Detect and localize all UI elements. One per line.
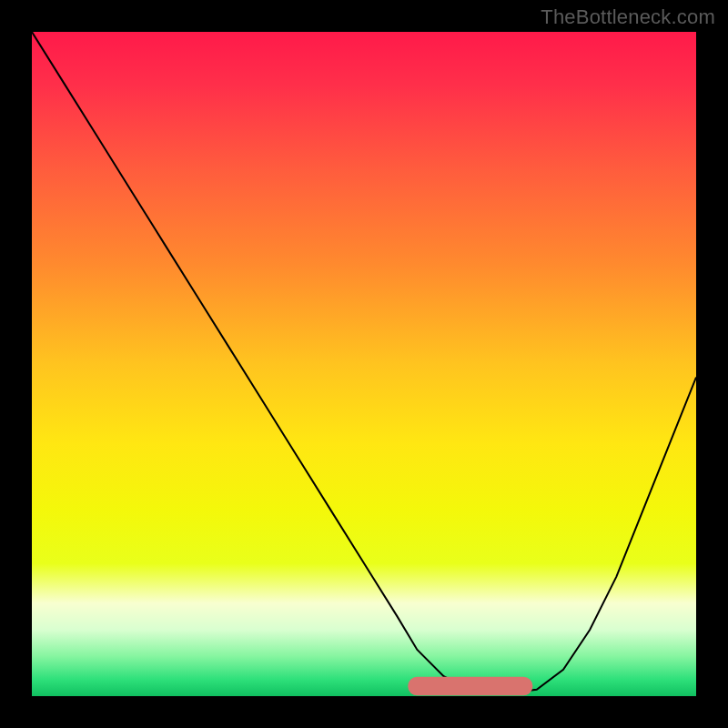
- chart-plot-area: [32, 32, 696, 696]
- chart-background: [32, 32, 696, 696]
- watermark-text: TheBottleneck.com: [541, 5, 715, 29]
- chart-svg: [32, 32, 696, 696]
